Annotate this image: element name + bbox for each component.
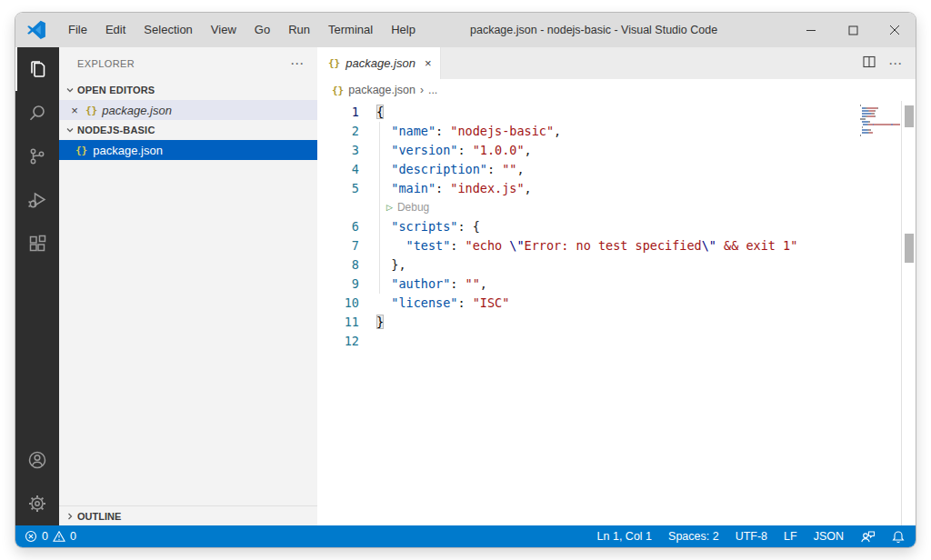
- breadcrumb-separator: ›: [420, 84, 424, 96]
- code-line[interactable]: 9 "author": "",: [317, 275, 859, 294]
- extensions-icon[interactable]: [15, 222, 59, 265]
- line-number: 7: [317, 236, 359, 255]
- line-number: 9: [317, 275, 359, 294]
- json-file-icon: {}: [328, 57, 340, 69]
- tab-label: package.json: [345, 56, 415, 70]
- editor-more-actions-icon[interactable]: ⋯: [888, 55, 903, 72]
- overview-ruler: [901, 101, 916, 525]
- explorer-icon[interactable]: [15, 47, 59, 91]
- sidebar-title: EXPLORER: [77, 58, 135, 69]
- code-line[interactable]: 7 "test": "echo \"Error: no test specifi…: [317, 236, 859, 255]
- settings-gear-icon[interactable]: [15, 482, 59, 525]
- tab-close-icon[interactable]: ×: [425, 56, 432, 70]
- menu-bar: FileEditSelectionViewGoRunTerminalHelp: [59, 13, 425, 47]
- maximize-button[interactable]: [832, 13, 874, 47]
- outline-section-header[interactable]: OUTLINE: [59, 505, 317, 525]
- vscode-window: FileEditSelectionViewGoRunTerminalHelp p…: [15, 13, 916, 547]
- error-count: 0: [42, 530, 48, 543]
- close-editor-icon[interactable]: ×: [68, 104, 81, 117]
- json-file-icon: {}: [85, 105, 97, 116]
- notifications-bell-icon[interactable]: [892, 530, 905, 544]
- editor-area: {} package.json × ⋯ {} package.json › ..…: [317, 47, 916, 525]
- chevron-down-icon: [63, 85, 77, 95]
- debug-codelens[interactable]: ▷Debug: [359, 198, 429, 217]
- language-mode-status[interactable]: JSON: [814, 530, 844, 543]
- minimize-button[interactable]: [790, 13, 832, 47]
- breadcrumb-symbol[interactable]: ...: [428, 84, 437, 96]
- code-line[interactable]: 5 "main": "index.js",: [317, 179, 859, 198]
- codelens-row[interactable]: ▷Debug: [317, 198, 859, 217]
- menu-item-selection[interactable]: Selection: [135, 13, 201, 47]
- breadcrumb-file[interactable]: package.json: [348, 84, 415, 96]
- menu-item-edit[interactable]: Edit: [96, 13, 135, 47]
- code-line[interactable]: 8 },: [317, 255, 859, 275]
- code-line[interactable]: 10 "license": "ISC": [317, 294, 859, 313]
- menu-item-file[interactable]: File: [59, 13, 96, 47]
- problems-status[interactable]: 0 0: [25, 530, 76, 543]
- line-number: 1: [317, 103, 359, 122]
- tree-item-filename: package.json: [93, 144, 163, 157]
- menu-item-terminal[interactable]: Terminal: [319, 13, 382, 47]
- source-control-icon[interactable]: [15, 135, 59, 178]
- line-number: 4: [317, 160, 359, 179]
- breadcrumb: {} package.json › ...: [317, 79, 916, 101]
- close-button[interactable]: [874, 13, 916, 47]
- warning-icon: [53, 530, 65, 543]
- tab-package-json[interactable]: {} package.json ×: [317, 47, 441, 79]
- menu-item-help[interactable]: Help: [382, 13, 425, 47]
- run-debug-icon[interactable]: [15, 178, 59, 222]
- error-icon: [25, 530, 37, 543]
- menu-item-go[interactable]: Go: [245, 13, 279, 47]
- line-number: 3: [317, 141, 359, 160]
- code-line[interactable]: 2 "name": "nodejs-basic",: [317, 122, 859, 141]
- feedback-icon[interactable]: [860, 530, 876, 544]
- indentation-status[interactable]: Spaces: 2: [668, 530, 719, 543]
- vscode-logo-icon: [26, 20, 46, 40]
- window-title: package.json - nodejs-basic - Visual Stu…: [470, 24, 717, 36]
- minimap[interactable]: [860, 105, 900, 140]
- warning-count: 0: [70, 530, 76, 543]
- chevron-down-icon: [63, 125, 77, 135]
- code-line[interactable]: 4 "description": "",: [317, 160, 859, 179]
- tree-item-package-json[interactable]: {} package.json: [59, 140, 317, 160]
- overview-ruler-mark: [905, 234, 914, 263]
- code-line[interactable]: 12: [317, 332, 859, 351]
- json-file-icon: {}: [75, 145, 87, 156]
- line-number: 12: [317, 332, 359, 351]
- explorer-sidebar: EXPLORER ⋯ OPEN EDITORS × {} package.jso…: [59, 47, 317, 525]
- code-editor[interactable]: 1{2 "name": "nodejs-basic",3 "version": …: [317, 101, 916, 525]
- tab-bar: {} package.json × ⋯: [317, 47, 916, 79]
- title-bar: FileEditSelectionViewGoRunTerminalHelp p…: [15, 13, 916, 47]
- code-line[interactable]: 3 "version": "1.0.0",: [317, 141, 859, 160]
- menu-item-run[interactable]: Run: [279, 13, 319, 47]
- window-controls: [790, 13, 916, 47]
- sidebar-more-actions-icon[interactable]: ⋯: [290, 55, 305, 72]
- overview-ruler-mark: [905, 105, 914, 127]
- line-number: 10: [317, 294, 359, 313]
- status-bar: 0 0 Ln 1, Col 1 Spaces: 2 UTF-8 LF JSON: [15, 525, 916, 547]
- account-icon[interactable]: [15, 438, 59, 482]
- open-editors-header[interactable]: OPEN EDITORS: [59, 80, 317, 100]
- code-line[interactable]: 1{: [317, 103, 859, 122]
- chevron-right-icon: [63, 512, 77, 521]
- line-number: [317, 198, 359, 217]
- open-editor-item[interactable]: × {} package.json: [59, 100, 317, 120]
- eol-status[interactable]: LF: [784, 530, 797, 543]
- cursor-position-status[interactable]: Ln 1, Col 1: [597, 530, 652, 543]
- menu-item-view[interactable]: View: [202, 13, 245, 47]
- line-number: 5: [317, 179, 359, 198]
- split-editor-icon[interactable]: [863, 55, 876, 72]
- activity-bar: [15, 47, 59, 525]
- line-number: 2: [317, 122, 359, 141]
- line-number: 6: [317, 217, 359, 236]
- folder-section-header[interactable]: NODEJS-BASIC: [59, 120, 317, 140]
- json-file-icon: {}: [332, 85, 344, 96]
- line-number: 8: [317, 255, 359, 275]
- code-line[interactable]: 6 "scripts": {: [317, 217, 859, 236]
- search-icon[interactable]: [15, 91, 59, 135]
- line-number: 11: [317, 313, 359, 332]
- encoding-status[interactable]: UTF-8: [736, 530, 767, 543]
- open-editor-filename: package.json: [102, 104, 172, 117]
- code-line[interactable]: 11}: [317, 313, 859, 332]
